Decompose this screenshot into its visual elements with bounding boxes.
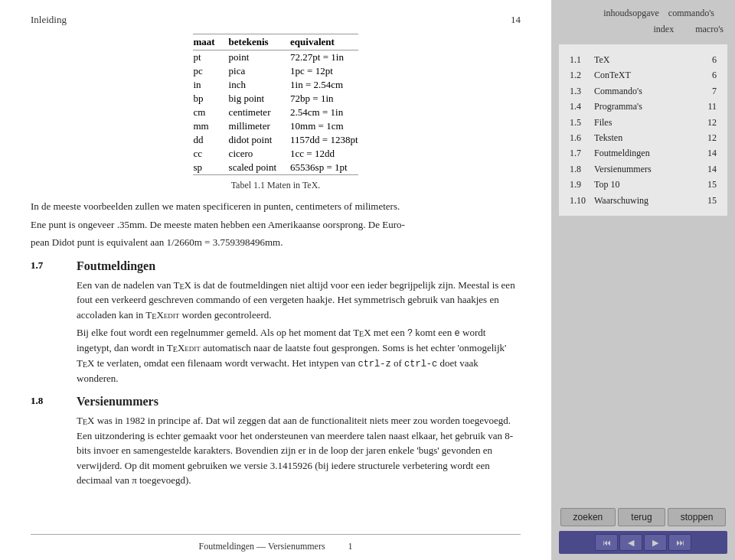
section-17-para1: Een van de nadelen van TEX is dat de fou… xyxy=(77,278,521,323)
table-cell: 1cc = 12dd xyxy=(290,147,358,161)
toc-item[interactable]: 1.3 Commando's 7 xyxy=(570,83,717,99)
nav-inhoudsopgave[interactable]: inhoudsopgave xyxy=(603,8,659,19)
nav-index[interactable]: index xyxy=(654,24,675,35)
toc-page: 12 xyxy=(707,115,717,130)
table-cell: millimeter xyxy=(229,119,290,133)
next-page-button[interactable]: ▶ xyxy=(644,534,667,551)
header-page-num: 14 xyxy=(511,14,521,26)
toc-label: Top 10 xyxy=(594,177,620,192)
toc-num: 1.10 xyxy=(570,193,591,208)
nav-buttons: ⏮ ◀ ▶ ⏭ xyxy=(559,531,727,554)
toc-page: 14 xyxy=(707,161,717,177)
toc-label: Waarschuwing xyxy=(594,193,648,208)
action-buttons: zoeken terug stoppen xyxy=(559,508,727,526)
page-container: Inleiding 14 maat betekenis equivalent p… xyxy=(0,0,735,560)
maten-table: maat betekenis equivalent ptpoint72.27pt… xyxy=(193,34,358,175)
toc-label: ConTeXT xyxy=(594,67,631,83)
section-18-heading: 1.8 Versienummers xyxy=(31,395,521,409)
first-page-button[interactable]: ⏮ xyxy=(595,534,618,551)
toc-num: 1.6 xyxy=(570,130,591,145)
col-maat: maat xyxy=(193,34,228,50)
back-button[interactable]: terug xyxy=(618,508,665,526)
content-body: maat betekenis equivalent ptpoint72.27pt… xyxy=(0,34,551,534)
section-18-num: 1.8 xyxy=(31,395,77,409)
table-section: maat betekenis equivalent ptpoint72.27pt… xyxy=(31,34,521,191)
toc-label: Teksten xyxy=(594,130,622,145)
toc-num: 1.1 xyxy=(570,52,591,67)
table-cell: 72.27pt = 1in xyxy=(290,50,358,65)
toc-item[interactable]: 1.6 Teksten 12 xyxy=(570,130,717,145)
header-title: Inleiding xyxy=(31,14,67,26)
section-18-title: Versienummers xyxy=(77,395,158,409)
stop-button[interactable]: stoppen xyxy=(668,508,727,526)
table-cell: pc xyxy=(193,64,228,78)
toc-item[interactable]: 1.4 Programma's 11 xyxy=(570,99,717,114)
toc-item[interactable]: 1.2 ConTeXT 6 xyxy=(570,67,717,83)
table-cell: 1pc = 12pt xyxy=(290,64,358,78)
top-nav-row2: index macro's xyxy=(551,24,735,40)
prev-page-button[interactable]: ◀ xyxy=(619,534,642,551)
toc-item[interactable]: 1.7 Foutmeldingen 14 xyxy=(570,145,717,161)
toc-label: Foutmeldingen xyxy=(594,145,650,161)
table-cell: mm xyxy=(193,119,228,133)
top-nav: inhoudsopgave commando's xyxy=(551,0,735,24)
section-17-num: 1.7 xyxy=(31,259,77,273)
toc-page: 12 xyxy=(707,130,717,145)
section-17-heading: 1.7 Foutmeldingen xyxy=(31,259,521,273)
table-cell: 65536sp = 1pt xyxy=(290,161,358,175)
toc-num: 1.8 xyxy=(570,161,591,177)
toc-item[interactable]: 1.9 Top 10 15 xyxy=(570,177,717,192)
toc-num: 1.7 xyxy=(570,145,591,161)
section-18-content: TEX was in 1982 in principe af. Dat wil … xyxy=(31,413,521,488)
table-cell: 1in = 2.54cm xyxy=(290,78,358,92)
section-17-content: Een van de nadelen van TEX is dat de fou… xyxy=(31,278,521,386)
toc-page: 15 xyxy=(707,193,717,208)
intro-line2: Ene punt is ongeveer .35mm. De meeste ma… xyxy=(31,217,521,233)
table-cell: dd xyxy=(193,133,228,147)
table-cell: cm xyxy=(193,106,228,119)
toc-label: TeX xyxy=(594,52,609,67)
section-18-para1: TEX was in 1982 in principe af. Dat wil … xyxy=(77,413,521,488)
toc-item[interactable]: 1.10 Waarschuwing 15 xyxy=(570,193,717,208)
table-caption: Tabel 1.1 Maten in TeX. xyxy=(31,180,521,191)
toc-page: 15 xyxy=(707,177,717,192)
footer-text: Foutmeldingen — Versienummers xyxy=(198,541,325,552)
last-page-button[interactable]: ⏭ xyxy=(668,534,691,551)
toc-num: 1.2 xyxy=(570,67,591,83)
table-cell: point xyxy=(229,50,290,65)
toc-page: 11 xyxy=(707,99,717,114)
intro-line3: pean Didot punt is equivalent aan 1/2660… xyxy=(31,235,521,250)
col-equivalent: equivalent xyxy=(290,34,358,50)
toc-item[interactable]: 1.5 Files 12 xyxy=(570,115,717,130)
toc-item[interactable]: 1.8 Versienummers 14 xyxy=(570,161,717,177)
table-cell: 1157dd = 1238pt xyxy=(290,133,358,147)
table-cell: pt xyxy=(193,50,228,65)
nav-commandos[interactable]: commando's xyxy=(668,8,714,19)
col-betekenis: betekenis xyxy=(229,34,290,50)
section-17-title: Foutmeldingen xyxy=(77,259,155,273)
toc-num: 1.4 xyxy=(570,99,591,114)
table-cell: inch xyxy=(229,78,290,92)
search-button[interactable]: zoeken xyxy=(560,508,616,526)
nav-macros[interactable]: macro's xyxy=(695,24,724,35)
footer-page: 1 xyxy=(348,541,353,552)
table-cell: cc xyxy=(193,147,228,161)
table-cell: big point xyxy=(229,92,290,106)
toc-item[interactable]: 1.1 TeX 6 xyxy=(570,52,717,67)
table-cell: in xyxy=(193,78,228,92)
toc-num: 1.9 xyxy=(570,177,591,192)
toc-label: Programma's xyxy=(594,99,642,114)
toc-label: Files xyxy=(594,115,612,130)
table-cell: sp xyxy=(193,161,228,175)
right-sidebar: inhoudsopgave commando's index macro's 1… xyxy=(551,0,735,560)
toc-num: 1.3 xyxy=(570,83,591,99)
toc-page: 7 xyxy=(712,83,717,99)
table-cell: 2.54cm = 1in xyxy=(290,106,358,119)
toc-num: 1.5 xyxy=(570,115,591,130)
footer: Foutmeldingen — Versienummers 1 xyxy=(31,534,521,560)
main-content: Inleiding 14 maat betekenis equivalent p… xyxy=(0,0,551,560)
header: Inleiding 14 xyxy=(0,0,551,34)
table-cell: 72bp = 1in xyxy=(290,92,358,106)
toc-section: 1.1 TeX 6 1.2 ConTeXT 6 1.3 Commando's 7… xyxy=(559,44,727,216)
table-cell: 10mm = 1cm xyxy=(290,119,358,133)
